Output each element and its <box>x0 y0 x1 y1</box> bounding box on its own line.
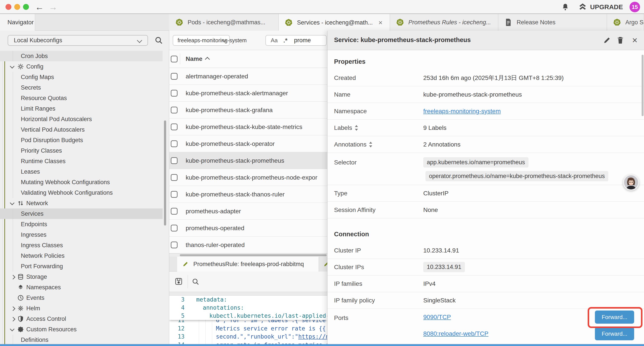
table-row-prometheus-operated[interactable]: prometheus-operated <box>169 220 327 237</box>
sort-updown-icon[interactable] <box>355 125 358 131</box>
resource-search-input[interactable]: Aa .* prome <box>266 35 326 46</box>
sidebar-item-config-maps[interactable]: Config Maps <box>0 72 163 82</box>
port-link[interactable]: 8080:reloader-web/TCP <box>423 330 488 337</box>
row-checkbox[interactable] <box>171 123 178 130</box>
table-row-kube-prometheus-stack-prometheus-node-ex[interactable]: kube-prometheus-stack-prometheus-node-ex… <box>169 169 327 186</box>
close-icon[interactable]: × <box>378 19 383 27</box>
tab-argo-se[interactable]: Argo Se <box>607 14 644 31</box>
edit-pencil-icon[interactable] <box>603 36 611 44</box>
chevron-right-icon[interactable] <box>11 317 15 322</box>
sidebar-item-vertical-pod-autoscalers[interactable]: Vertical Pod Autoscalers <box>0 124 163 135</box>
forward-arrow-icon[interactable]: → <box>49 1 58 13</box>
sidebar-item-ingress-classes[interactable]: Ingress Classes <box>0 240 163 251</box>
sidebar-item-mutating-webhook-configurations[interactable]: Mutating Webhook Configurations <box>0 177 163 187</box>
sidebar-item-endpoints[interactable]: Endpoints <box>0 219 163 230</box>
sidebar-item-runtime-classes[interactable]: Runtime Classes <box>0 156 163 166</box>
regex-icon[interactable]: .* <box>284 37 288 44</box>
sidebar-scrollbar[interactable] <box>164 120 166 226</box>
sidebar-item-port-forwarding[interactable]: Port Forwarding <box>0 261 163 272</box>
row-checkbox[interactable] <box>171 174 178 181</box>
forward-button[interactable]: Forward... <box>595 311 634 324</box>
chevron-down-icon[interactable] <box>10 327 14 331</box>
sidebar-item-storage[interactable]: Storage <box>0 272 163 282</box>
editor-search-icon[interactable] <box>192 278 199 285</box>
chevron-down-icon[interactable] <box>10 201 14 205</box>
window-zoom-button[interactable] <box>23 4 29 10</box>
table-row-kube-prometheus-stack-kube-state-metrics[interactable]: kube-prometheus-stack-kube-state-metrics <box>169 118 327 135</box>
upgrade-icon[interactable] <box>578 3 587 11</box>
row-checkbox[interactable] <box>171 242 178 248</box>
tab-pods-icecheng-mathmas[interactable]: Pods - icecheng@mathmas... <box>169 14 278 31</box>
sidebar-item-cron-jobs[interactable]: Cron Jobs <box>0 51 163 61</box>
row-checkbox[interactable] <box>171 140 178 147</box>
row-checkbox[interactable] <box>171 90 178 97</box>
sidebar-search-icon[interactable] <box>155 36 163 44</box>
table-row-kube-prometheus-stack-operator[interactable]: kube-prometheus-stack-operator <box>169 135 327 152</box>
row-checkbox[interactable] <box>171 191 178 198</box>
sidebar-item-pod-disruption-budgets[interactable]: Pod Disruption Budgets <box>0 135 163 145</box>
table-row-kube-prometheus-stack-grafana[interactable]: kube-prometheus-stack-grafana <box>169 102 327 118</box>
detail-scrollbar[interactable] <box>642 55 644 116</box>
name-column-header[interactable]: Name <box>186 55 202 62</box>
sidebar-item-namespaces[interactable]: Namespaces <box>0 282 163 293</box>
table-row-thanos-ruler-operated[interactable]: thanos-ruler-operated <box>169 237 327 253</box>
sidebar-item-services[interactable]: Services <box>0 209 163 219</box>
sidebar-item-ingresses[interactable]: Ingresses <box>0 230 163 240</box>
forward-button[interactable]: Forward... <box>595 327 634 340</box>
sidebar-item-validating-webhook-configurations[interactable]: Validating Webhook Configurations <box>0 187 163 198</box>
tab-services-icecheng-math[interactable]: Services - icecheng@math...× <box>278 14 390 31</box>
kubeconfig-select[interactable]: Local Kubeconfigs <box>8 35 148 46</box>
sidebar-item-priority-classes[interactable]: Priority Classes <box>0 145 163 156</box>
back-arrow-icon[interactable]: ← <box>35 1 44 13</box>
sort-ascending-icon[interactable] <box>205 57 210 62</box>
upgrade-button[interactable]: UPGRADE <box>590 3 623 11</box>
yaml-editor[interactable]: 116","for":"1m","labels":{"service":"12M… <box>169 296 327 346</box>
sidebar-item-horizontal-pod-autoscalers[interactable]: Horizontal Pod Autoscalers <box>0 114 163 124</box>
chevron-down-icon[interactable] <box>10 64 14 68</box>
chevron-right-icon[interactable] <box>11 306 15 311</box>
namespace-filter-select[interactable]: freeleaps-monitoring-system <box>173 35 230 46</box>
sidebar-item-definitions[interactable]: Definitions <box>0 335 163 345</box>
table-row-kube-prometheus-stack-alertmanager[interactable]: kube-prometheus-stack-alertmanager <box>169 85 327 102</box>
tab-prometheus-rules-icecheng[interactable]: Prometheus Rules - icecheng... <box>390 14 498 31</box>
row-checkbox[interactable] <box>171 73 178 80</box>
port-link[interactable]: 9090/TCP <box>423 314 451 321</box>
sidebar-item-config[interactable]: Config <box>0 61 163 72</box>
row-checkbox[interactable] <box>171 225 178 232</box>
horizontal-scrollbar[interactable] <box>180 254 326 256</box>
editor-tab-next[interactable] <box>319 257 327 272</box>
sidebar-item-resource-quotas[interactable]: Resource Quotas <box>0 93 163 103</box>
table-row-alertmanager-operated[interactable]: alertmanager-operated <box>169 68 327 85</box>
sidebar-item-custom-resources[interactable]: Custom Resources <box>0 324 163 335</box>
table-row-prometheus-adapter[interactable]: prometheus-adapter <box>169 203 327 220</box>
tab-release-notes[interactable]: Release Notes <box>498 14 607 31</box>
sort-updown-icon[interactable] <box>369 142 372 147</box>
avatar[interactable] <box>623 174 639 191</box>
close-icon[interactable]: × <box>631 36 639 44</box>
editor-tab-prometheusrule[interactable]: PrometheusRule: freeleaps-prod-rabbitmq <box>177 257 319 272</box>
save-icon[interactable] <box>175 278 182 285</box>
table-row-kube-prometheus-stack-prometheus[interactable]: kube-prometheus-stack-prometheus <box>169 152 327 169</box>
window-close-button[interactable] <box>6 4 12 10</box>
match-case-icon[interactable]: Aa <box>271 37 278 44</box>
sidebar-item-secrets[interactable]: Secrets <box>0 82 163 93</box>
navigator-tab[interactable]: Navigator <box>0 14 35 31</box>
sidebar-item-network-policies[interactable]: Network Policies <box>0 251 163 261</box>
sidebar-item-access-control[interactable]: Access Control <box>0 314 163 324</box>
select-all-checkbox[interactable] <box>171 56 178 62</box>
chevron-right-icon[interactable] <box>11 275 15 280</box>
sidebar-item-leases[interactable]: Leases <box>0 166 163 177</box>
sidebar-item-helm[interactable]: Helm <box>0 303 163 314</box>
namespace-link[interactable]: freeleaps-monitoring-system <box>423 108 501 115</box>
window-minimize-button[interactable] <box>14 4 20 10</box>
row-checkbox[interactable] <box>171 107 178 113</box>
sidebar-item-events[interactable]: Events <box>0 293 163 303</box>
sidebar-item-network[interactable]: Network <box>0 198 163 209</box>
row-checkbox[interactable] <box>171 208 178 215</box>
sidebar-item-limit-ranges[interactable]: Limit Ranges <box>0 103 163 114</box>
row-checkbox[interactable] <box>171 157 178 164</box>
notification-count-badge[interactable]: 15 <box>630 2 640 12</box>
table-row-kube-prometheus-stack-thanos-ruler[interactable]: kube-prometheus-stack-thanos-ruler <box>169 186 327 203</box>
delete-trash-icon[interactable] <box>616 36 624 44</box>
notifications-bell-icon[interactable] <box>562 3 569 11</box>
